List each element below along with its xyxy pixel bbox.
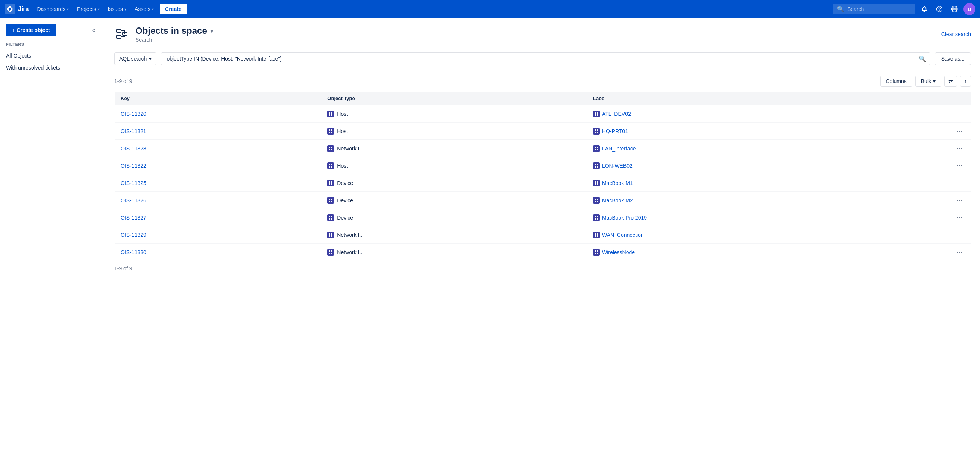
jira-logo[interactable]: Jira	[5, 4, 29, 14]
issues-chevron-icon: ▾	[124, 7, 126, 11]
row-actions-button-1[interactable]: ···	[955, 126, 964, 136]
svg-rect-58	[329, 216, 330, 217]
export-button[interactable]: ↑	[960, 76, 971, 87]
notifications-icon[interactable]	[918, 3, 931, 15]
key-link-4[interactable]: OIS-11325	[121, 180, 146, 186]
key-link-1[interactable]: OIS-11321	[121, 128, 146, 134]
row-actions-button-6[interactable]: ···	[955, 213, 964, 222]
label-link-6[interactable]: MacBook Pro 2019	[593, 214, 647, 221]
svg-rect-25	[597, 132, 598, 133]
row-actions-button-5[interactable]: ···	[955, 196, 964, 205]
row-actions-button-2[interactable]: ···	[955, 143, 964, 153]
topnav-right: 🔍 U	[833, 3, 975, 15]
svg-rect-38	[595, 164, 596, 166]
svg-rect-53	[331, 201, 332, 202]
cell-key-3: OIS-11322	[115, 157, 321, 175]
settings-icon[interactable]	[948, 3, 961, 15]
columns-button[interactable]: Columns	[880, 76, 912, 87]
share-icon: ⇄	[948, 78, 953, 84]
label-link-0[interactable]: ATL_DEV02	[593, 111, 631, 117]
row-actions-button-3[interactable]: ···	[955, 161, 964, 170]
cell-key-5: OIS-11326	[115, 192, 321, 209]
table-row: OIS-11320 Host ATL_DEV02 ···	[115, 105, 971, 123]
svg-rect-16	[595, 114, 596, 116]
key-link-7[interactable]: OIS-11329	[121, 232, 146, 238]
svg-rect-27	[331, 146, 332, 148]
bulk-button[interactable]: Bulk ▾	[915, 76, 941, 87]
toolbar-right: Columns Bulk ▾ ⇄ ↑	[880, 76, 971, 87]
svg-point-2	[939, 10, 940, 11]
row-actions-button-8[interactable]: ···	[955, 247, 964, 257]
object-type-icon-5	[327, 197, 334, 204]
key-link-3[interactable]: OIS-11322	[121, 163, 146, 169]
svg-rect-69	[331, 236, 332, 237]
clear-search-button[interactable]: Clear search	[941, 31, 971, 37]
cell-label-8: WirelessNode	[587, 244, 948, 261]
key-link-5[interactable]: OIS-11326	[121, 197, 146, 204]
label-link-2[interactable]: LAN_Interface	[593, 145, 636, 152]
svg-rect-19	[331, 129, 332, 131]
save-as-button[interactable]: Save as...	[935, 52, 971, 65]
col-object-type: Object Type	[321, 92, 587, 105]
col-actions	[948, 92, 971, 105]
nav-issues[interactable]: Issues ▾	[104, 4, 130, 14]
object-type-text-3: Host	[337, 163, 348, 169]
svg-rect-68	[329, 236, 330, 237]
svg-rect-40	[595, 166, 596, 168]
row-actions-button-4[interactable]: ···	[955, 178, 964, 188]
create-object-button[interactable]: + Create object	[6, 24, 56, 36]
aql-query-input[interactable]	[165, 53, 918, 65]
row-actions-button-7[interactable]: ···	[955, 230, 964, 239]
object-type-text-7: Network I...	[337, 232, 364, 238]
global-search-input[interactable]	[847, 6, 911, 12]
svg-rect-41	[597, 166, 598, 168]
svg-rect-22	[595, 129, 596, 131]
svg-rect-49	[597, 183, 598, 185]
svg-rect-59	[331, 216, 332, 217]
user-avatar[interactable]: U	[964, 3, 975, 15]
key-link-6[interactable]: OIS-11327	[121, 215, 146, 221]
key-link-2[interactable]: OIS-11328	[121, 145, 146, 151]
svg-rect-21	[331, 132, 332, 133]
table-header: Key Object Type Label	[115, 92, 971, 105]
nav-assets[interactable]: Assets ▾	[131, 4, 158, 14]
share-button[interactable]: ⇄	[944, 76, 957, 87]
key-link-0[interactable]: OIS-11320	[121, 111, 146, 117]
label-link-3[interactable]: LON-WEB02	[593, 162, 633, 169]
svg-rect-34	[329, 164, 330, 166]
svg-rect-46	[595, 181, 596, 183]
filters-label: FILTERS	[0, 42, 105, 49]
svg-rect-10	[329, 112, 330, 113]
cell-type-5: Device	[321, 192, 587, 209]
sidebar-item-all-objects[interactable]: All Objects	[0, 49, 105, 62]
create-button[interactable]: Create	[160, 4, 187, 14]
object-type-icon-0	[327, 111, 334, 117]
label-link-5[interactable]: MacBook M2	[593, 197, 633, 204]
object-type-text-2: Network I...	[337, 145, 364, 151]
cell-label-3: LON-WEB02	[587, 157, 948, 175]
object-type-icon-4	[327, 180, 334, 186]
object-type-icon-7	[327, 232, 334, 238]
nav-dashboards[interactable]: Dashboards ▾	[33, 4, 73, 14]
cell-label-7: WAN_Connection	[587, 226, 948, 244]
nav-projects[interactable]: Projects ▾	[73, 4, 103, 14]
global-search-box[interactable]: 🔍	[833, 4, 915, 14]
svg-rect-62	[595, 216, 596, 217]
row-actions-button-0[interactable]: ···	[955, 109, 964, 118]
svg-rect-52	[329, 201, 330, 202]
cell-key-2: OIS-11328	[115, 140, 321, 157]
svg-rect-80	[595, 253, 596, 254]
label-link-8[interactable]: WirelessNode	[593, 249, 635, 256]
svg-rect-55	[597, 199, 598, 200]
key-link-8[interactable]: OIS-11330	[121, 249, 146, 255]
help-icon[interactable]	[933, 3, 945, 15]
aql-search-button[interactable]: AQL search ▾	[115, 52, 156, 65]
title-chevron-icon[interactable]: ▾	[210, 27, 213, 35]
label-link-1[interactable]: HQ-PRT01	[593, 128, 628, 135]
label-link-7[interactable]: WAN_Connection	[593, 232, 644, 238]
collapse-sidebar-button[interactable]: «	[88, 25, 99, 35]
label-link-4[interactable]: MacBook M1	[593, 180, 633, 186]
svg-rect-66	[329, 233, 330, 235]
sidebar-item-unresolved-tickets[interactable]: With unresolved tickets	[0, 62, 105, 74]
svg-rect-72	[595, 236, 596, 237]
